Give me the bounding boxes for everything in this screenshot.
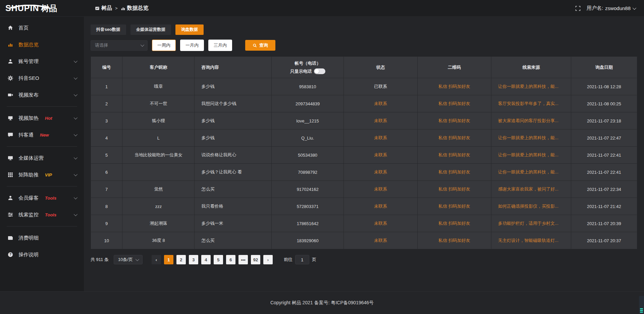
cell-status: 未联系 [344,129,418,147]
sidebar-item-douketong[interactable]: 抖客通 New [0,126,84,143]
goto-page-input[interactable] [295,255,309,264]
breadcrumb-current[interactable]: 数据总览 [121,5,149,12]
cell-status: 未联系 [344,164,418,181]
page-button-92[interactable]: 92 [251,255,260,264]
user-menu[interactable]: 用户名: zswodun88 [587,5,635,11]
home-icon [7,25,13,31]
prev-page-button[interactable]: ‹ [152,255,161,264]
sidebar-item-label: 首页 [18,25,29,31]
cell-source-link[interactable]: 让你一眼就爱上的黑科技，能... [491,78,571,95]
page-button-4[interactable]: 4 [201,255,211,264]
cell-date: 2021-11-07 23:18 [571,112,637,129]
sidebar-item-home[interactable]: 首页 [0,19,84,36]
cell-source-link[interactable]: 让你一眼就爱上的黑科技，能... [491,164,571,181]
cell-source-link[interactable]: 感谢大家喜欢我家，被问了好... [491,181,571,198]
sidebar-divider [7,226,77,226]
table-header-row: 编号 客户昵称 咨询内容 帐号（电话） 只显示电话 状态 [91,57,637,78]
cell-nickname: L [122,129,195,147]
cell-qrcode-link[interactable]: 私信 扫码加好友 [418,78,491,95]
cell-content: 怎么买 [195,232,272,249]
tab-omnimedia-data[interactable]: 全媒体运营数据 [130,24,171,35]
wallet-icon [7,235,13,241]
page-button-6[interactable]: 6 [226,255,235,264]
cell-source-link[interactable]: 无主灯设计，智能磁吸轨道灯... [491,232,571,249]
copyright-text: Copyright 树品 2021 备案号: 粤ICP备09019646号 [270,300,374,306]
cell-account: 50534380 [272,147,344,164]
cell-qrcode-link[interactable]: 私信 扫码加好友 [418,95,491,112]
breadcrumb-home[interactable]: 树品 [95,5,112,12]
table-row: 8 zzz 我只看价格 572803371 未联系 私信 扫码加好友 如何正确选… [91,198,637,215]
cell-source-link[interactable]: 客厅安装投影半年多了，真实... [491,95,571,112]
chevron-down-icon [136,257,139,261]
cell-id: 6 [91,164,122,181]
sidebar-item-instructions[interactable]: ? 操作说明 [0,246,84,263]
cell-qrcode-link[interactable]: 私信 扫码加好友 [418,164,491,181]
page-button-5[interactable]: 5 [214,255,223,264]
tab-inquiry-data[interactable]: 询盘数据 [175,24,204,35]
svg-text:?: ? [9,253,11,256]
cell-qrcode-link[interactable]: 私信 扫码加好友 [418,198,491,215]
more-pages-button[interactable]: ••• [238,255,248,264]
cell-account: 9583810 [272,78,344,95]
report-icon [95,6,100,11]
cell-source-link[interactable]: 多功能护栏灯，适用于乡村文... [491,215,571,232]
sidebar-item-lead-monitor[interactable]: 线索监控 Tools [0,206,84,223]
sidebar-item-member-burst[interactable]: 会员爆客 Tools [0,190,84,206]
sidebar-item-data-overview[interactable]: 数据总览 [0,36,84,53]
sidebar-item-label: 数据总览 [18,42,39,48]
cell-qrcode-link[interactable]: 私信 扫码加好友 [418,147,491,164]
cell-qrcode-link[interactable]: 私信 扫码加好友 [418,112,491,129]
page-size-select[interactable]: 10条/页 [114,255,143,264]
sidebar-item-label: 抖音SEO [18,75,39,82]
next-page-button[interactable]: › [263,255,273,264]
cell-qrcode-link[interactable]: 私信 扫码加好友 [418,215,491,232]
range-week-button[interactable]: 一周内 [152,40,176,51]
cell-source-link[interactable]: 让你一眼就爱上的黑科技，能... [491,129,571,147]
chevron-down-icon [74,59,77,63]
cell-qrcode-link[interactable]: 私信 扫码加好友 [418,129,491,147]
sidebar-item-label: 视频发布 [18,92,39,98]
range-quarter-button[interactable]: 三月内 [208,40,232,51]
cell-qrcode-link[interactable]: 私信 扫码加好友 [418,181,491,198]
sidebar-item-matrix-boost[interactable]: 矩阵助推 VIP [0,166,84,183]
sidebar-item-label: 消费明细 [18,235,39,241]
header-status: 状态 [344,57,418,78]
tools-badge: Tools [45,196,56,201]
chevron-down-icon [141,43,144,47]
cell-status: 未联系 [344,112,418,129]
page-size-value: 10条/页 [118,257,133,263]
cell-source-link[interactable]: 让你一眼就爱上的黑科技，能... [491,147,571,164]
page-button-2[interactable]: 2 [176,255,186,264]
inquiry-table-wrap: 编号 客户昵称 咨询内容 帐号（电话） 只显示电话 状态 [91,56,637,249]
app-logo[interactable]: SHUPIN 树品 [0,4,84,12]
header-content: 咨询内容 [195,57,272,78]
sidebar-item-consumption-detail[interactable]: 消费明细 [0,229,84,246]
hot-badge: Hot [45,116,52,121]
sidebar-item-douyin-seo[interactable]: 抖音SEO [0,70,84,87]
sidebar-item-video-publish[interactable]: 视频发布 [0,87,84,103]
sidebar-divider [7,106,77,107]
cell-nickname: 不可一世 [122,95,195,112]
sidebar-divider [7,146,77,147]
sidebar-item-video-heating[interactable]: 视频加热 Hot [0,110,84,126]
cell-id: 3 [91,112,122,129]
goto-page: 前往 页 [284,255,316,264]
account-select[interactable]: 请选择 [91,40,148,51]
floating-widget[interactable] [639,296,644,314]
phone-only-toggle[interactable] [314,68,325,74]
question-icon: ? [7,252,13,257]
page-button-1[interactable]: 1 [164,255,173,264]
cell-nickname: 36度 8 [122,232,195,249]
cell-qrcode-link[interactable]: 私信 扫码加好友 [418,232,491,249]
search-button[interactable]: 查询 [245,40,275,51]
fullscreen-icon[interactable] [575,6,581,11]
tab-douyin-seo-data[interactable]: 抖音seo数据 [91,24,126,35]
cell-source-link[interactable]: 被大家追着问的客厅投影分享... [491,112,571,129]
data-tabs: 抖音seo数据 全媒体运营数据 询盘数据 [91,24,637,35]
sidebar-item-account-management[interactable]: 账号管理 [0,53,84,70]
range-month-button[interactable]: 一月内 [180,40,204,51]
search-button-label: 查询 [259,42,268,48]
page-button-3[interactable]: 3 [189,255,198,264]
cell-source-link[interactable]: 如何正确选择投影仪，买投影... [491,198,571,215]
sidebar-item-omnimedia[interactable]: 全媒体运营 [0,150,84,166]
